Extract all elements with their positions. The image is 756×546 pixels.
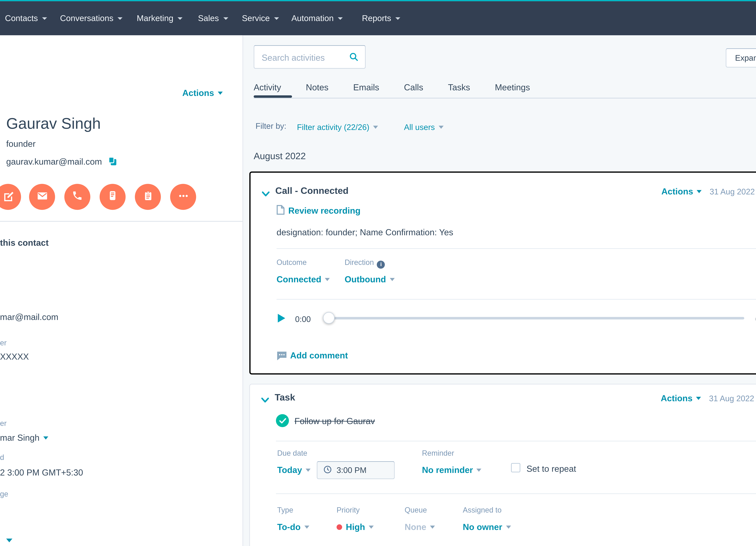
contact-owner-dropdown[interactable]: mar Singh <box>0 432 48 443</box>
priority-dropdown[interactable]: High <box>337 521 374 532</box>
email-button[interactable] <box>29 184 55 210</box>
search-activities-input[interactable] <box>261 48 347 67</box>
timeline-month-heading: August 2022 <box>254 150 306 161</box>
filter-activity-dropdown[interactable]: Filter activity (22/26) <box>297 121 378 132</box>
reminder-dropdown[interactable]: No reminder <box>422 464 482 476</box>
expand-properties-chevron-icon[interactable] <box>6 539 12 542</box>
activity-tabs: Activity Notes Emails Calls Tasks Meetin… <box>254 82 530 92</box>
chevron-down-icon <box>396 17 401 20</box>
comment-bubble-icon <box>277 351 287 364</box>
nav-reports[interactable]: Reports <box>362 1 401 35</box>
task-card-title: Task <box>275 392 295 403</box>
tab-meetings[interactable]: Meetings <box>495 82 530 92</box>
chevron-down-icon <box>373 126 378 129</box>
audio-track[interactable] <box>329 317 744 320</box>
task-complete-toggle[interactable] <box>276 414 289 427</box>
tab-activity[interactable]: Activity <box>254 82 281 92</box>
contact-field-label: er <box>0 419 7 428</box>
card-divider <box>277 248 756 249</box>
assigned-to-label: Assigned to <box>463 506 502 514</box>
contact-email[interactable]: gaurav.kumar@mail.com <box>6 156 102 166</box>
check-icon <box>279 415 286 426</box>
task-name[interactable]: Follow up for Gaurav <box>295 416 375 426</box>
all-users-dropdown[interactable]: All users <box>404 121 443 132</box>
card-divider <box>276 493 756 494</box>
assigned-to-dropdown[interactable]: No owner <box>463 521 511 532</box>
call-icon <box>72 190 83 204</box>
direction-dropdown[interactable]: Outbound <box>345 274 395 285</box>
chevron-down-icon <box>118 17 123 20</box>
nav-marketing[interactable]: Marketing <box>137 1 183 35</box>
clock-icon <box>324 465 332 476</box>
nav-automation[interactable]: Automation <box>291 1 343 35</box>
queue-label: Queue <box>405 506 427 514</box>
nav-contacts[interactable]: Contacts <box>5 1 47 35</box>
call-card-title: Call - Connected <box>275 185 349 195</box>
chevron-down-icon <box>439 126 444 129</box>
type-label: Type <box>277 506 293 514</box>
note-icon <box>2 190 14 204</box>
more-button[interactable] <box>170 184 196 210</box>
audio-slider-handle[interactable] <box>323 312 335 324</box>
contact-name: Gaurav Singh <box>6 114 101 132</box>
review-recording-link[interactable]: Review recording <box>288 205 361 215</box>
queue-dropdown[interactable]: None <box>405 521 435 532</box>
collapse-chevron-icon[interactable] <box>261 395 269 406</box>
task-button[interactable] <box>135 184 161 210</box>
chevron-down-icon <box>325 278 330 281</box>
filter-by-label: Filter by: <box>256 121 286 130</box>
due-date-dropdown[interactable]: Today <box>277 464 311 476</box>
tab-emails[interactable]: Emails <box>353 82 379 92</box>
task-icon <box>143 190 153 203</box>
search-activities-box <box>254 45 366 69</box>
loading-strip <box>0 0 756 1</box>
type-dropdown[interactable]: To-do <box>277 521 309 532</box>
tab-calls[interactable]: Calls <box>404 82 423 92</box>
audio-current-time: 0:00 <box>295 315 311 324</box>
search-icon[interactable] <box>349 52 359 64</box>
expand-collapse-group: Expand all Collapse all <box>726 48 756 67</box>
activity-panel: Expand all Collapse all Activity Notes E… <box>243 35 756 546</box>
set-to-repeat-label: Set to repeat <box>526 464 576 474</box>
chevron-down-icon <box>697 190 702 193</box>
chevron-down-icon <box>306 469 311 472</box>
ellipsis-icon <box>177 190 189 204</box>
hubspot-contact-screen: Contacts Conversations Marketing Sales S… <box>0 0 756 546</box>
call-timestamp: 31 Aug 2022 at 3:00 PM GMT+5:30 <box>710 187 756 196</box>
direction-label: Directioni <box>345 258 385 268</box>
email-icon <box>36 190 48 204</box>
nav-conversations[interactable]: Conversations <box>60 1 123 35</box>
about-contact-heading: this contact <box>0 238 49 247</box>
note-button[interactable] <box>0 184 21 210</box>
add-comment-link[interactable]: Add comment <box>290 351 348 360</box>
contact-email-row: gaurav.kumar@mail.com <box>6 156 117 168</box>
due-date-label: Due date <box>277 449 307 458</box>
copy-icon[interactable] <box>108 156 117 168</box>
call-body-text: designation: founder; Name Confirmation:… <box>277 227 453 237</box>
tab-tasks[interactable]: Tasks <box>448 82 470 92</box>
info-icon[interactable]: i <box>377 260 385 268</box>
play-button[interactable] <box>278 314 285 323</box>
set-to-repeat-checkbox[interactable] <box>511 463 520 472</box>
tab-notes[interactable]: Notes <box>306 82 329 92</box>
chevron-down-icon <box>42 17 47 20</box>
call-button[interactable] <box>64 184 90 210</box>
nav-service[interactable]: Service <box>242 1 279 35</box>
panel-divider <box>0 221 243 222</box>
chevron-down-icon <box>43 437 48 440</box>
contact-field-value: XXXXX <box>0 352 29 362</box>
contact-actions-menu[interactable]: Actions <box>182 87 223 98</box>
outcome-dropdown[interactable]: Connected <box>277 274 330 285</box>
due-time-field[interactable]: 3:00 PM <box>317 461 395 479</box>
task-actions-menu[interactable]: Actions <box>661 393 701 404</box>
log-icon <box>107 190 118 204</box>
chevron-down-icon <box>223 17 228 20</box>
contact-panel: Actions Gaurav Singh founder gaurav.kuma… <box>0 35 243 546</box>
expand-all-button[interactable]: Expand all <box>726 49 756 67</box>
nav-sales[interactable]: Sales <box>198 1 228 35</box>
reminder-label: Reminder <box>422 449 454 458</box>
collapse-chevron-icon[interactable] <box>262 188 270 199</box>
chevron-down-icon <box>477 469 482 472</box>
log-button[interactable] <box>100 184 126 210</box>
call-actions-menu[interactable]: Actions <box>661 186 702 197</box>
